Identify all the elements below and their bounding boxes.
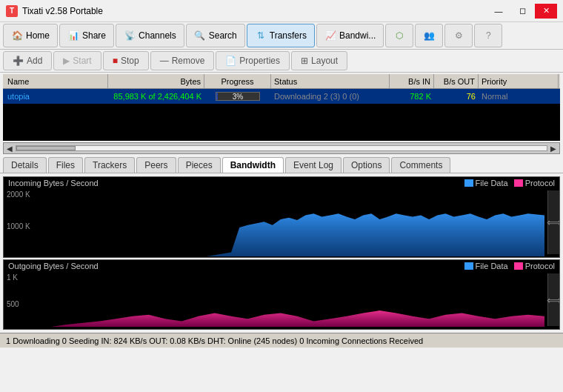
legend-out-protocol-color <box>514 262 523 270</box>
charts-area: Incoming Bytes / Second File Data Protoc… <box>0 173 563 333</box>
add-icon: ➕ <box>13 56 24 66</box>
network-icon: ⬡ <box>393 30 405 41</box>
layout-icon: ⊞ <box>301 56 308 66</box>
outgoing-scroll-icon: ⟺ <box>547 294 561 306</box>
scroll-track[interactable] <box>16 145 547 151</box>
window-controls: — ◻ ✕ <box>487 4 557 19</box>
layout-label: Layout <box>311 56 338 66</box>
add-label: Add <box>27 56 42 66</box>
help-icon: ? <box>482 30 494 41</box>
col-bytes-header: Bytes <box>108 74 204 88</box>
incoming-chart-title: Incoming Bytes / Second <box>8 179 99 187</box>
tab-options[interactable]: Options <box>343 157 390 173</box>
remove-button[interactable]: — Remove <box>150 51 215 70</box>
search-button[interactable]: 🔍 Search <box>186 24 245 47</box>
transfers-button[interactable]: ⇅ Transfers <box>247 24 315 47</box>
tab-pieces[interactable]: Pieces <box>178 157 221 173</box>
scroll-thumb[interactable] <box>16 146 76 150</box>
scroll-right-arrow[interactable]: ▶ <box>549 144 558 153</box>
row-name: utopia <box>4 92 108 101</box>
home-button[interactable]: 🏠 Home <box>3 24 58 47</box>
maximize-button[interactable]: ◻ <box>511 4 533 19</box>
col-bsout-header: B/s OUT <box>434 74 479 88</box>
properties-icon: 📄 <box>225 56 236 66</box>
row-bsin: 782 K <box>390 92 434 101</box>
share-icon: 📊 <box>67 30 79 41</box>
share-button[interactable]: 📊 Share <box>59 24 114 47</box>
scroll-left-arrow[interactable]: ◀ <box>5 144 14 153</box>
table-row[interactable]: utopia 85,983 K of 2,426,404 K 3% Downlo… <box>3 89 560 104</box>
horizontal-scrollbar[interactable]: ◀ ▶ <box>3 142 560 154</box>
start-label: Start <box>73 56 91 66</box>
remove-label: Remove <box>172 56 205 66</box>
tab-comments[interactable]: Comments <box>391 157 450 173</box>
outgoing-label-top: 1 K <box>7 273 19 282</box>
properties-button[interactable]: 📄 Properties <box>216 51 290 70</box>
secondary-toolbar: ➕ Add ▶ Start ■ Stop — Remove 📄 Properti… <box>0 50 563 73</box>
settings-icon: ⚙ <box>453 30 464 41</box>
row-bytes: 85,983 K of 2,426,404 K <box>108 92 204 101</box>
minimize-button[interactable]: — <box>487 4 510 19</box>
home-icon: 🏠 <box>11 30 23 41</box>
legend-filedata-color <box>464 179 473 187</box>
window-title: Tixati v2.58 Portable <box>22 6 103 16</box>
legend-filedata-label: File Data <box>476 179 508 187</box>
legend-protocol-label: Protocol <box>525 179 555 187</box>
incoming-chart-svg <box>33 190 544 256</box>
incoming-label-top: 2000 K <box>7 190 30 199</box>
col-progress-header: Progress <box>204 74 271 88</box>
incoming-scroll-icon: ⟺ <box>547 216 561 228</box>
incoming-scrollbar[interactable]: ⟺ <box>547 190 559 254</box>
users-button[interactable]: 👥 <box>415 24 443 47</box>
tab-eventlog[interactable]: Event Log <box>285 157 342 173</box>
search-label: Search <box>209 30 237 41</box>
incoming-chart-labels: 2000 K 1000 K <box>7 190 30 254</box>
home-label: Home <box>26 30 50 41</box>
remove-icon: — <box>160 56 169 66</box>
incoming-chart: Incoming Bytes / Second File Data Protoc… <box>3 176 560 258</box>
tab-details[interactable]: Details <box>3 157 47 173</box>
properties-label: Properties <box>239 56 280 66</box>
transfer-rows[interactable]: utopia 85,983 K of 2,426,404 K 3% Downlo… <box>3 89 560 141</box>
start-icon: ▶ <box>63 56 70 66</box>
channels-button[interactable]: 📡 Channels <box>116 24 184 47</box>
stop-icon: ■ <box>113 56 118 66</box>
stop-button[interactable]: ■ Stop <box>103 51 149 70</box>
tab-peers[interactable]: Peers <box>136 157 176 173</box>
table-header: Name Bytes Progress Status B/s IN B/s OU… <box>3 74 560 89</box>
main-toolbar: 🏠 Home 📊 Share 📡 Channels 🔍 Search ⇅ Tra… <box>0 22 563 50</box>
bandwidth-label: Bandwi... <box>339 30 376 41</box>
svg-marker-1 <box>33 310 544 327</box>
outgoing-scrollbar[interactable]: ⟺ <box>547 273 559 326</box>
start-button[interactable]: ▶ Start <box>53 51 101 70</box>
share-label: Share <box>82 30 106 41</box>
row-priority: Normal <box>479 92 559 101</box>
legend-filedata-incoming: File Data <box>464 179 508 187</box>
tab-bar: Details Files Trackers Peers Pieces Band… <box>0 154 563 173</box>
layout-button[interactable]: ⊞ Layout <box>291 51 347 70</box>
col-priority-header: Priority <box>479 74 559 88</box>
tab-bandwidth[interactable]: Bandwidth <box>222 157 284 173</box>
transfers-label: Transfers <box>270 30 307 41</box>
close-button[interactable]: ✕ <box>535 4 557 19</box>
col-name-header: Name <box>4 74 108 88</box>
outgoing-label-mid: 500 <box>7 300 19 308</box>
col-bsin-header: B/s IN <box>390 74 434 88</box>
help-button[interactable]: ? <box>474 24 502 47</box>
col-status-header: Status <box>271 74 390 88</box>
channels-label: Channels <box>139 30 176 41</box>
tab-trackers[interactable]: Trackers <box>84 157 135 173</box>
bandwidth-button[interactable]: 📈 Bandwi... <box>316 24 384 47</box>
title-bar: T Tixati v2.58 Portable — ◻ ✕ <box>0 0 563 22</box>
add-button[interactable]: ➕ Add <box>3 51 52 70</box>
status-text: 1 Downloading 0 Seeding IN: 824 KB/s OUT… <box>6 336 423 345</box>
network-button[interactable]: ⬡ <box>385 24 413 47</box>
status-bar: 1 Downloading 0 Seeding IN: 824 KB/s OUT… <box>0 333 563 348</box>
transfer-panel: Name Bytes Progress Status B/s IN B/s OU… <box>3 74 560 141</box>
legend-protocol-color <box>514 179 523 187</box>
settings-button[interactable]: ⚙ <box>444 24 473 47</box>
transfers-icon: ⇅ <box>255 30 267 41</box>
legend-out-protocol-label: Protocol <box>525 262 555 270</box>
legend-filedata-outgoing: File Data <box>464 262 508 270</box>
tab-files[interactable]: Files <box>48 157 83 173</box>
